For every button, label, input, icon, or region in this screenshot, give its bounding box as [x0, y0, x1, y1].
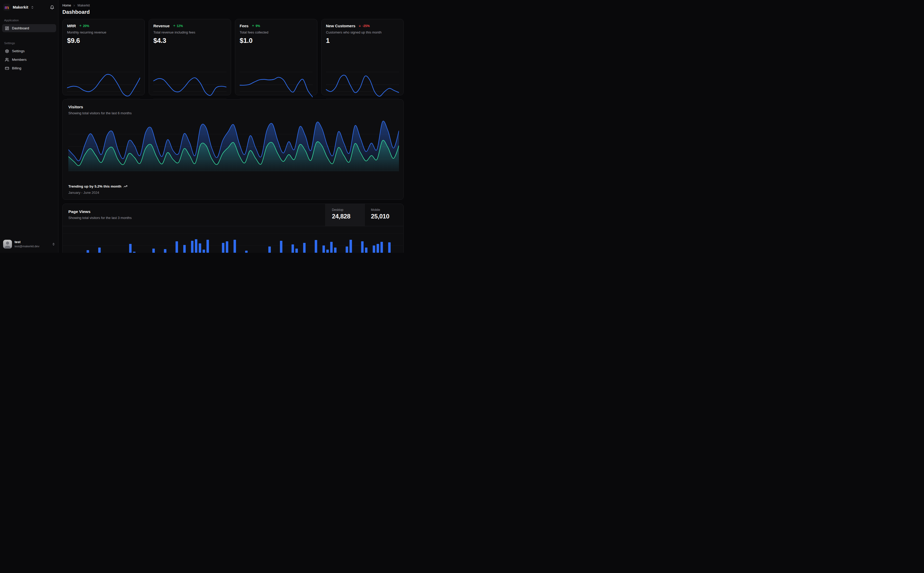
tab-desktop[interactable]: Desktop 24,828: [325, 204, 364, 226]
visitors-area-chart: [68, 120, 399, 171]
workspace-name: Makerkit: [13, 5, 28, 9]
trend-badge: 12%: [173, 24, 183, 28]
sidebar-item-label: Members: [12, 58, 27, 61]
stat-title: MRR: [67, 23, 76, 28]
stat-card-revenue: Revenue 12% Total revenue including fees…: [149, 19, 231, 96]
mobile-total: 25,010: [371, 213, 397, 220]
stat-value: $1.0: [240, 37, 313, 45]
page-title: Dashboard: [63, 9, 404, 15]
arrow-down-icon: [358, 24, 361, 27]
workspace-selector[interactable]: m Makerkit: [2, 3, 56, 12]
nav-section-application: Application: [2, 19, 56, 22]
sparkline-chart: [326, 69, 399, 101]
page-views-bar-chart: [63, 227, 403, 253]
stat-value: 1: [326, 37, 399, 45]
stat-title: Revenue: [153, 23, 170, 28]
sidebar-item-settings[interactable]: Settings: [2, 47, 56, 55]
user-info: test test@makerkit.dev: [14, 240, 39, 248]
stat-subtitle: Total revenue including fees: [153, 30, 226, 34]
trend-badge: 9%: [252, 24, 260, 28]
breadcrumb: Home Makerkit: [63, 4, 404, 7]
stat-title: New Customers: [326, 23, 355, 28]
tab-mobile[interactable]: Mobile 25,010: [364, 204, 403, 226]
sidebar-item-billing[interactable]: Billing: [2, 64, 56, 72]
visitors-card: Visitors Showing total visitors for the …: [63, 99, 404, 200]
visitors-title: Visitors: [68, 105, 398, 110]
sidebar-item-label: Billing: [12, 66, 21, 70]
nav-section-settings: Settings: [2, 42, 56, 45]
trending-up-icon: [124, 185, 127, 188]
avatar: [3, 240, 12, 249]
sidebar-item-members[interactable]: Members: [2, 56, 56, 64]
stat-title: Fees: [240, 23, 248, 28]
main-content: Home Makerkit Dashboard MRR 20% Monthly …: [58, 0, 408, 253]
arrow-up-icon: [252, 24, 254, 27]
credit-card-icon: [5, 66, 9, 70]
chevrons-up-down-icon: [31, 6, 34, 9]
visitors-trend-line: Trending up by 5.2% this month: [68, 185, 127, 188]
sidebar-item-label: Dashboard: [12, 26, 29, 30]
stat-card-mrr: MRR 20% Monthly recurring revenue $9.6 J…: [63, 19, 145, 96]
trend-badge: 20%: [79, 24, 89, 28]
stat-value: $9.6: [67, 37, 140, 45]
visitors-date-range: January - June 2024: [68, 191, 99, 194]
makerkit-logo: m: [3, 4, 10, 11]
visitors-subtitle: Showing total visitors for the last 6 mo…: [68, 111, 398, 115]
layout-dashboard-icon: [5, 26, 9, 30]
user-name: test: [14, 240, 39, 244]
users-icon: [5, 58, 9, 62]
stat-subtitle: Customers who signed up this month: [326, 30, 399, 34]
gear-icon: [5, 49, 9, 53]
breadcrumb-current[interactable]: Makerkit: [77, 4, 90, 7]
sparkline-chart: [153, 69, 226, 101]
arrow-up-icon: [79, 24, 82, 27]
desktop-total: 24,828: [332, 213, 358, 220]
page-views-header: Page Views Showing total visitors for th…: [63, 204, 403, 226]
sparkline-chart: [240, 69, 313, 101]
bell-icon[interactable]: [49, 5, 55, 10]
arrow-up-icon: [173, 24, 176, 27]
stat-subtitle: Monthly recurring revenue: [67, 30, 140, 34]
sidebar-item-dashboard[interactable]: Dashboard: [2, 24, 56, 32]
stat-card-fees: Fees 9% Total fees collected $1.0 July 2…: [235, 19, 317, 96]
stat-value: $4.3: [153, 37, 226, 45]
chevron-right-icon: [73, 4, 75, 7]
stat-subtitle: Total fees collected: [240, 30, 313, 34]
trend-badge: -25%: [358, 24, 370, 28]
stat-cards-row: MRR 20% Monthly recurring revenue $9.6 J…: [63, 19, 404, 96]
chevrons-up-down-icon: [52, 243, 55, 246]
page-views-subtitle: Showing total visitors for the last 3 mo…: [68, 216, 320, 220]
sidebar-item-label: Settings: [12, 49, 25, 53]
user-menu[interactable]: test test@makerkit.dev: [2, 238, 56, 250]
page-views-card: Page Views Showing total visitors for th…: [63, 204, 404, 253]
page-views-title: Page Views: [68, 209, 320, 214]
app-window: m Makerkit Application Dashboard Setting…: [0, 0, 408, 253]
sidebar: m Makerkit Application Dashboard Setting…: [0, 0, 58, 253]
stat-card-new-customers: New Customers -25% Customers who signed …: [321, 19, 404, 96]
breadcrumb-home[interactable]: Home: [63, 4, 71, 7]
sidebar-nav: Application Dashboard Settings Settings: [2, 19, 56, 73]
user-email: test@makerkit.dev: [14, 244, 39, 248]
sparkline-chart: [67, 69, 140, 101]
